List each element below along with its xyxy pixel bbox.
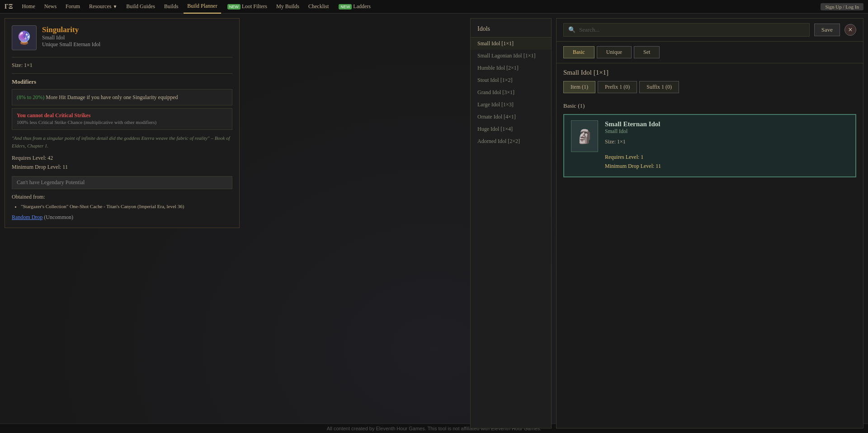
tab-unique[interactable]: Unique — [597, 46, 632, 58]
random-drop-link[interactable]: Random Drop — [12, 214, 42, 220]
obtained-item-1: "Stargazer's Collection" One-Shot Cache … — [21, 203, 232, 211]
filter-area: 🔍 Save × Basic Unique Set Small Idol [1×… — [556, 18, 863, 428]
tab-suffix[interactable]: Suffix 1 (0) — [639, 81, 679, 93]
modifier-2-title: You cannot deal Critical Strikes — [17, 112, 227, 119]
search-input[interactable] — [579, 26, 805, 33]
idol-item-ornate[interactable]: Ornate Idol [4×1] — [471, 111, 551, 123]
result-item-name: Small Eternan Idol — [605, 120, 661, 128]
result-item-requirements: Requires Level: 1 Minimum Drop Level: 11 — [605, 152, 661, 171]
nav-build-planner[interactable]: Build Planner — [184, 0, 221, 14]
search-icon: 🔍 — [568, 26, 576, 33]
result-item-card[interactable]: 🗿 Small Eternan Idol Small Idol Size: 1×… — [563, 114, 856, 177]
idol-item-grand[interactable]: Grand Idol [3×1] — [471, 86, 551, 99]
idol-item-small[interactable]: Small Idol [1×1] — [471, 38, 551, 50]
nav-checklist[interactable]: Checklist — [305, 0, 332, 14]
item-type: Small Idol — [42, 34, 100, 41]
nav-builds[interactable]: Builds — [160, 0, 182, 14]
obtained-section: Obtained from: "Stargazer's Collection" … — [12, 194, 232, 211]
nav-loot-filters[interactable]: NEW Loot Filters — [223, 0, 271, 14]
idol-item-large[interactable]: Large Idol [1×3] — [471, 99, 551, 111]
result-req-level-label: Requires Level: — [605, 154, 639, 160]
filter-tabs: Item (1) Prefix 1 (0) Suffix 1 (0) — [557, 79, 863, 98]
nav-news[interactable]: News — [41, 0, 60, 14]
idols-sidebar: Idols Small Idol [1×1] Small Lagonian Id… — [470, 18, 552, 428]
result-item-type: Small Idol — [605, 128, 661, 135]
ladders-new-badge: NEW — [339, 4, 352, 10]
chevron-down-icon: ▼ — [113, 4, 117, 9]
tab-item[interactable]: Item (1) — [563, 81, 595, 93]
item-detail-panel: 🔮 Singularity Small Idol Unique Small Et… — [5, 18, 240, 228]
tab-set[interactable]: Set — [634, 46, 660, 58]
obtained-title: Obtained from: — [12, 194, 232, 200]
close-button[interactable]: × — [844, 24, 856, 36]
user-login-button[interactable]: Sign Up / Log In — [821, 3, 863, 10]
result-req-level-value: 1 — [641, 154, 643, 160]
idol-item-small-lagonian[interactable]: Small Lagonian Idol [1×1] — [471, 50, 551, 62]
item-icon: 🔮 — [12, 25, 37, 50]
loot-filters-new-badge: NEW — [227, 4, 241, 10]
right-panel: Idols Small Idol [1×1] Small Lagonian Id… — [466, 14, 868, 433]
legendary-potential: Can't have Legendary Potential — [12, 176, 232, 189]
tab-basic[interactable]: Basic — [563, 46, 594, 58]
top-navigation: ΓΞ Home News Forum Resources ▼ Build Gui… — [0, 0, 868, 14]
idol-item-huge[interactable]: Huge Idol [1×4] — [471, 123, 551, 135]
modifier-2: You cannot deal Critical Strikes 100% le… — [12, 108, 232, 130]
min-drop-label: Minimum Drop Level: — [12, 164, 62, 170]
random-drop: Random Drop (Uncommon) — [12, 214, 232, 221]
result-item-size: Size: 1×1 — [605, 138, 661, 145]
nav-forum[interactable]: Forum — [62, 0, 84, 14]
modifiers-title: Modifiers — [12, 78, 232, 86]
results-section: Basic (1) 🗿 Small Eternan Idol Small Ido… — [557, 98, 863, 182]
tab-prefix[interactable]: Prefix 1 (0) — [598, 81, 637, 93]
item-size: Size: 1×1 — [12, 62, 232, 69]
modifier-1-text: More Hit Damage if you have only one Sin… — [46, 94, 178, 100]
nav-ladders[interactable]: NEW Ladders — [334, 0, 374, 14]
flavor-text: "And thus from a singular point of infin… — [12, 134, 232, 149]
result-icon: 🗿 — [571, 120, 598, 152]
requirements: Requires Level: 42 Minimum Drop Level: 1… — [12, 154, 232, 171]
idol-item-adorned[interactable]: Adorned Idol [2×2] — [471, 135, 551, 148]
modifier-2-desc: 100% less Critical Strike Chance (multip… — [17, 119, 227, 126]
item-name: Singularity — [42, 25, 100, 34]
category-title: Small Idol [1×1] — [557, 63, 863, 79]
search-input-wrap: 🔍 — [563, 23, 810, 37]
requires-level-label: Requires Level: — [12, 155, 47, 161]
nav-build-guides[interactable]: Build Guides — [123, 0, 159, 14]
item-header: 🔮 Singularity Small Idol Unique Small Et… — [12, 25, 232, 50]
nav-my-builds[interactable]: My Builds — [273, 0, 303, 14]
requires-level-value: 42 — [47, 155, 53, 161]
item-subtype: Unique Small Eternan Idol — [42, 41, 100, 48]
legendary-text: Can't have Legendary Potential — [17, 179, 85, 186]
modifier-1-value: (8% to 20%) — [17, 94, 44, 100]
min-drop-value: 11 — [62, 164, 68, 170]
result-min-drop-value: 11 — [656, 163, 661, 169]
modifier-1: (8% to 20%) More Hit Damage if you have … — [12, 89, 232, 105]
idol-item-stout[interactable]: Stout Idol [1×2] — [471, 74, 551, 86]
site-logo: ΓΞ — [5, 3, 13, 10]
drop-rarity: (Uncommon) — [44, 214, 73, 220]
idol-item-humble[interactable]: Humble Idol [2×1] — [471, 62, 551, 74]
nav-resources[interactable]: Resources ▼ — [85, 0, 121, 14]
filter-type-tabs: Basic Unique Set — [557, 42, 863, 63]
save-button[interactable]: Save — [814, 24, 840, 36]
result-min-drop-label: Minimum Drop Level: — [605, 163, 654, 169]
results-title: Basic (1) — [563, 102, 856, 109]
obtained-list: "Stargazer's Collection" One-Shot Cache … — [21, 203, 232, 211]
nav-home[interactable]: Home — [18, 0, 38, 14]
idols-title: Idols — [471, 23, 551, 38]
search-bar: 🔍 Save × — [557, 19, 863, 42]
